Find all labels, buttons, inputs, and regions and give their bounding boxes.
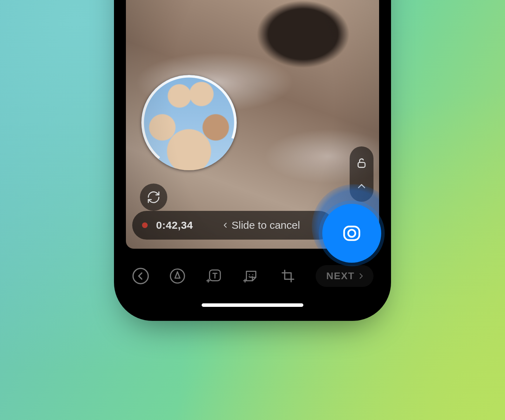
recording-dot-icon bbox=[142, 222, 148, 228]
phone-frame: 0:42,34 Slide to cancel bbox=[114, 0, 391, 321]
add-text-tool[interactable] bbox=[206, 266, 223, 286]
home-indicator[interactable] bbox=[202, 303, 303, 307]
pip-progress-ring bbox=[141, 75, 237, 170]
chevron-right-icon bbox=[357, 271, 364, 281]
draw-tool[interactable] bbox=[169, 266, 187, 286]
add-sticker-tool[interactable] bbox=[242, 266, 260, 286]
chevron-up-icon bbox=[356, 181, 367, 192]
add-sticker-icon bbox=[243, 268, 259, 284]
svg-rect-0 bbox=[358, 162, 365, 167]
draw-icon bbox=[169, 268, 186, 284]
next-label: NEXT bbox=[326, 270, 355, 282]
svg-point-6 bbox=[249, 274, 250, 275]
flip-camera-button[interactable] bbox=[140, 184, 167, 211]
svg-point-7 bbox=[252, 274, 253, 275]
selfie-pip[interactable] bbox=[141, 75, 237, 170]
crop-tool[interactable] bbox=[279, 266, 297, 286]
lock-slide-capsule[interactable] bbox=[350, 146, 373, 202]
recording-timer: 0:42,34 bbox=[156, 219, 193, 231]
camera-capture-icon bbox=[342, 223, 362, 243]
phone-screen: 0:42,34 Slide to cancel bbox=[120, 0, 385, 315]
back-icon bbox=[132, 267, 150, 285]
slide-to-cancel[interactable]: Slide to cancel bbox=[222, 219, 300, 231]
svg-point-2 bbox=[348, 230, 355, 237]
next-button[interactable]: NEXT bbox=[316, 265, 373, 287]
svg-point-3 bbox=[133, 268, 148, 283]
editor-toolbar: NEXT bbox=[120, 262, 385, 290]
add-text-icon bbox=[206, 268, 222, 284]
chevron-left-icon bbox=[222, 220, 229, 230]
crop-icon bbox=[280, 268, 296, 284]
svg-rect-1 bbox=[344, 227, 359, 240]
slide-to-cancel-label: Slide to cancel bbox=[231, 219, 300, 231]
camera-flip-icon bbox=[147, 190, 161, 204]
back-button[interactable] bbox=[132, 266, 150, 286]
record-button[interactable] bbox=[322, 204, 381, 263]
recording-bar: 0:42,34 Slide to cancel bbox=[132, 211, 334, 240]
svg-point-4 bbox=[170, 269, 184, 283]
lock-open-icon bbox=[356, 157, 368, 169]
